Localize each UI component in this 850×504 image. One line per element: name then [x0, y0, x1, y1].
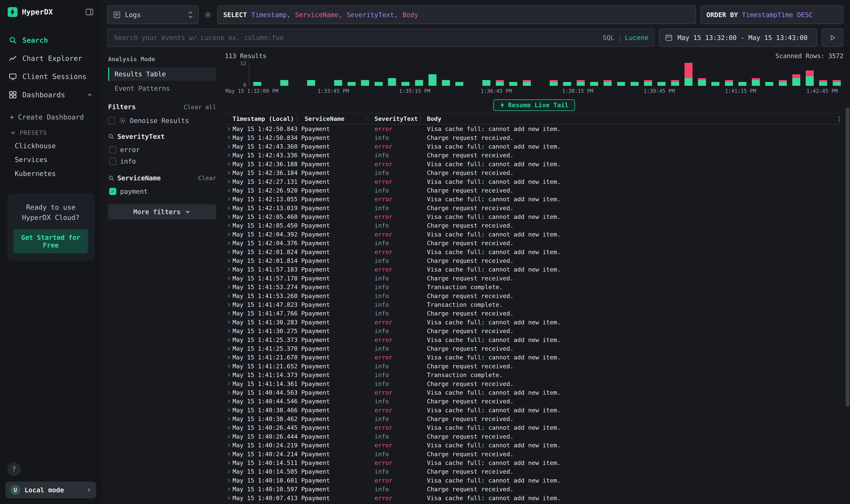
log-row[interactable]: May 15 1:42:13.055 PMpaymenterrorVisa ca… [225, 195, 844, 203]
histogram-bucket[interactable] [453, 63, 466, 86]
chevron-right-icon[interactable] [225, 478, 233, 483]
histogram-bucket[interactable] [358, 63, 372, 86]
log-row[interactable]: May 15 1:41:53.274 PMpaymentinfoTransact… [225, 283, 844, 291]
run-query-button[interactable] [821, 29, 843, 47]
chevron-right-icon[interactable] [225, 153, 233, 158]
histogram-bucket[interactable] [291, 63, 304, 86]
order-by-input[interactable]: ORDER BY TimestampTime DESC [700, 5, 843, 24]
log-row[interactable]: May 15 1:42:05.460 PMpaymenterrorVisa ca… [225, 212, 844, 221]
log-row[interactable]: May 15 1:42:43.336 PMpaymentinfoCharge r… [225, 151, 844, 160]
log-row[interactable]: May 15 1:42:43.360 PMpaymenterrorVisa ca… [225, 142, 844, 151]
sidebar-item-services[interactable]: Services [0, 153, 102, 166]
histogram-bucket[interactable] [763, 63, 776, 86]
log-row[interactable]: May 15 1:40:10.597 PMpaymentinfoCharge r… [225, 485, 844, 493]
resume-live-tail-button[interactable]: Resume Live Tail [493, 100, 575, 111]
column-header-servicename[interactable]: ServiceName⋮ [305, 115, 375, 122]
histogram-bucket[interactable] [533, 63, 547, 86]
chevron-right-icon[interactable] [225, 469, 233, 474]
checkbox[interactable] [109, 146, 116, 154]
histogram-bucket[interactable] [439, 63, 453, 86]
log-row[interactable]: May 15 1:40:07.413 PMpaymenterrorVisa ca… [225, 493, 844, 502]
log-row[interactable]: May 15 1:42:50.843 PMpaymenterrorVisa ca… [225, 125, 844, 133]
histogram-bucket[interactable] [372, 63, 385, 86]
histogram-bucket[interactable] [426, 63, 439, 86]
chevron-right-icon[interactable] [225, 416, 233, 421]
log-row[interactable]: May 15 1:40:44.546 PMpaymentinfoCharge r… [225, 397, 844, 406]
get-started-button[interactable]: Get Started for Free [14, 229, 88, 253]
chevron-right-icon[interactable] [225, 452, 233, 456]
chevron-right-icon[interactable] [225, 408, 233, 413]
chevron-right-icon[interactable] [225, 399, 233, 404]
mode-option-event-patterns[interactable]: Event Patterns [108, 82, 216, 95]
histogram-bucket[interactable] [520, 63, 533, 86]
chevron-right-icon[interactable] [225, 443, 233, 448]
log-row[interactable]: May 15 1:42:36.188 PMpaymenterrorVisa ca… [225, 160, 844, 168]
chevron-right-icon[interactable] [225, 188, 233, 193]
histogram-bucket[interactable] [493, 63, 506, 86]
log-row[interactable]: May 15 1:42:04.376 PMpaymentinfoCharge r… [225, 239, 844, 248]
chevron-right-icon[interactable] [225, 285, 233, 289]
checkbox[interactable] [109, 158, 116, 165]
chevron-right-icon[interactable] [225, 337, 233, 342]
chevron-right-icon[interactable] [225, 179, 233, 184]
log-row[interactable]: May 15 1:42:01.824 PMpaymenterrorVisa ca… [225, 248, 844, 256]
log-row[interactable]: May 15 1:40:38.462 PMpaymentinfoCharge r… [225, 415, 844, 423]
chevron-right-icon[interactable] [225, 170, 233, 175]
log-row[interactable]: May 15 1:42:05.450 PMpaymentinfoCharge r… [225, 221, 844, 230]
chevron-right-icon[interactable] [225, 364, 233, 369]
sql-toggle[interactable]: SQL [602, 34, 614, 41]
histogram-bucket[interactable] [830, 63, 843, 86]
histogram-bucket[interactable] [803, 63, 816, 86]
lucene-toggle[interactable]: Lucene [625, 34, 649, 41]
chevron-right-icon[interactable] [225, 373, 233, 377]
filter-option-error[interactable]: error [108, 144, 216, 156]
log-row[interactable]: May 15 1:42:13.019 PMpaymentinfoCharge r… [225, 204, 844, 212]
chevron-right-icon[interactable] [225, 355, 233, 360]
log-row[interactable]: May 15 1:41:25.373 PMpaymenterrorVisa ca… [225, 335, 844, 344]
histogram-bucket[interactable] [776, 63, 790, 86]
log-row[interactable]: May 15 1:41:14.361 PMpaymentinfoCharge r… [225, 379, 844, 388]
log-row[interactable]: May 15 1:40:24.214 PMpaymentinfoCharge r… [225, 450, 844, 458]
column-header-body[interactable]: Body [427, 115, 835, 122]
histogram-bucket[interactable] [305, 63, 318, 86]
histogram-bucket[interactable] [561, 63, 574, 86]
filter-option-info[interactable]: info [108, 156, 216, 167]
table-menu-button[interactable]: ⋮ [835, 115, 843, 122]
histogram-bucket[interactable] [587, 63, 601, 86]
sidebar-item-clickhouse[interactable]: Clickhouse [0, 139, 102, 153]
denoise-checkbox[interactable] [108, 117, 115, 124]
histogram-bucket[interactable] [668, 63, 682, 86]
chevron-right-icon[interactable] [225, 302, 233, 307]
chevron-right-icon[interactable] [225, 346, 233, 351]
log-row[interactable]: May 15 1:42:36.184 PMpaymentinfoCharge r… [225, 168, 844, 177]
histogram-bucket[interactable] [641, 63, 655, 86]
histogram-bucket[interactable] [682, 63, 695, 86]
log-row[interactable]: May 15 1:41:47.823 PMpaymentinfoTransact… [225, 300, 844, 309]
log-row[interactable]: May 15 1:41:14.373 PMpaymentinfoTransact… [225, 371, 844, 379]
sidebar-item-client-sessions[interactable]: Client Sessions [0, 68, 102, 86]
chevron-right-icon[interactable] [225, 276, 233, 281]
chevron-right-icon[interactable] [225, 267, 233, 272]
chevron-right-icon[interactable] [225, 461, 233, 465]
histogram-bucket[interactable] [251, 63, 264, 86]
histogram-bucket[interactable] [790, 63, 803, 86]
checkbox[interactable]: ✓ [109, 188, 116, 195]
denoise-results-option[interactable]: Denoise Results [108, 117, 216, 125]
chevron-right-icon[interactable] [225, 135, 233, 140]
histogram-bucket[interactable] [709, 63, 722, 86]
chevron-right-icon[interactable] [225, 214, 233, 219]
column-header-timestamp-local-[interactable]: Timestamp (Local)⋮ [233, 115, 305, 122]
log-row[interactable]: May 15 1:41:25.370 PMpaymentinfoCharge r… [225, 344, 844, 353]
search-input[interactable] [107, 29, 655, 47]
log-row[interactable]: May 15 1:40:44.563 PMpaymenterrorVisa ca… [225, 388, 844, 397]
log-row[interactable]: May 15 1:41:21.678 PMpaymenterrorVisa ca… [225, 353, 844, 362]
chevron-right-icon[interactable] [225, 381, 233, 386]
log-row[interactable]: May 15 1:41:21.652 PMpaymentinfoCharge r… [225, 362, 844, 371]
clear-all-filters-button[interactable]: Clear all [184, 104, 216, 111]
chevron-right-icon[interactable] [225, 162, 233, 166]
help-button[interactable]: ? [7, 462, 21, 476]
histogram-bucket[interactable] [749, 63, 763, 86]
source-settings-button[interactable] [203, 5, 213, 24]
histogram-bucket[interactable] [264, 63, 277, 86]
chevron-right-icon[interactable] [225, 258, 233, 263]
